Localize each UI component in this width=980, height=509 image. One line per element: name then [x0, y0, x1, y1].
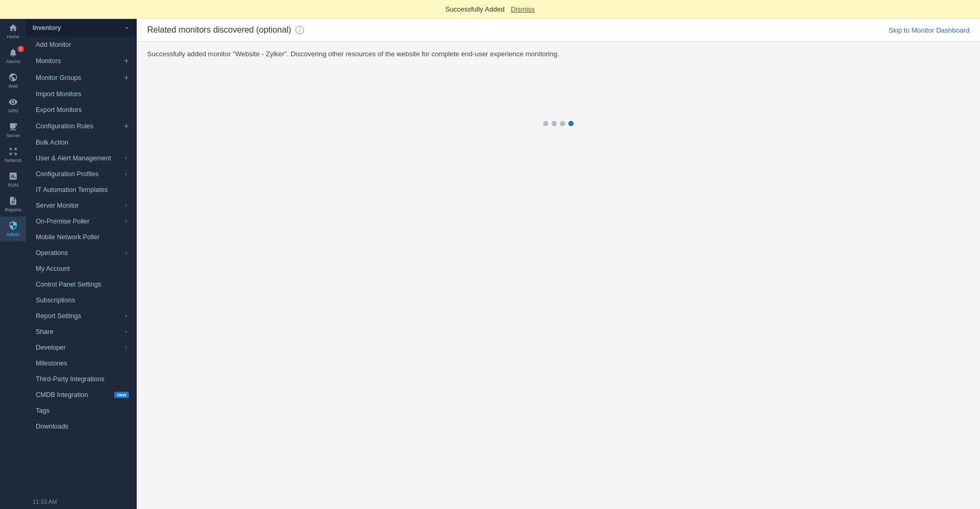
nav-home[interactable]: Home [0, 19, 26, 44]
cmdb-badge: new [114, 392, 129, 398]
network-icon [8, 147, 18, 156]
arrow-right-icon-7 [124, 329, 129, 334]
notification-bar: Successfully Added Dismiss [0, 0, 980, 19]
monitor-groups-plus-icon[interactable]: + [124, 74, 129, 82]
sidebar-item-bulk-action[interactable]: Bulk Action [26, 135, 136, 150]
arrow-right-icon-3 [124, 203, 129, 208]
sidebar-item-control-panel-settings[interactable]: Control Panel Settings [26, 277, 136, 292]
server-icon [8, 122, 18, 131]
dot-2 [552, 121, 557, 126]
monitors-plus-icon[interactable]: + [124, 57, 129, 65]
page-title: Related monitors discovered (optional) [147, 25, 291, 35]
loading-indicator [147, 121, 969, 126]
nav-rum[interactable]: RUM [0, 167, 26, 192]
nav-admin-label: Admin [6, 232, 20, 237]
nav-server[interactable]: Server [0, 118, 26, 142]
nav-rum-label: RUM [8, 182, 19, 188]
reports-icon [8, 196, 18, 206]
sidebar-item-cmdb-integration[interactable]: CMDB Integration new [26, 387, 136, 403]
nav-admin[interactable]: Admin [0, 217, 26, 241]
sidebar-item-server-monitor[interactable]: Server Monitor [26, 198, 136, 213]
alarms-badge: 1 [17, 46, 24, 52]
sidebar-item-on-premise-poller[interactable]: On-Premise Poller [26, 213, 136, 229]
nav-reports[interactable]: Reports [0, 192, 26, 217]
sidebar-item-monitors[interactable]: Monitors + [26, 53, 136, 69]
nav-web[interactable]: Web [0, 68, 26, 93]
arrow-right-icon-6 [124, 313, 129, 319]
sidebar-item-import-monitors[interactable]: Import Monitors [26, 86, 136, 102]
dot-3 [560, 121, 565, 126]
dismiss-link[interactable]: Dismiss [511, 5, 535, 13]
sidebar-item-configuration-profiles[interactable]: Configuration Profiles [26, 166, 136, 182]
rum-icon [8, 171, 18, 181]
arrow-right-icon [124, 156, 129, 161]
sidebar-inventory-label: Inventory [33, 24, 61, 32]
home-icon [8, 23, 18, 33]
sidebar-item-third-party-integrations[interactable]: Third-Party Integrations [26, 371, 136, 387]
config-rules-plus-icon[interactable]: + [124, 122, 129, 130]
chevron-down-icon [124, 25, 130, 31]
nav-alarms-label: Alarms [6, 59, 21, 64]
nav-network-label: Network [4, 158, 22, 163]
globe-icon [8, 73, 18, 82]
sidebar-item-share[interactable]: Share [26, 324, 136, 340]
dot-4 [568, 121, 574, 126]
sidebar-item-milestones[interactable]: Milestones [26, 355, 136, 371]
sidebar-item-report-settings[interactable]: Report Settings [26, 308, 136, 324]
apm-icon [8, 97, 18, 107]
skip-to-monitor-dashboard-link[interactable]: Skip to Monitor Dashboard [889, 26, 969, 34]
nav-home-label: Home [7, 34, 19, 39]
dot-1 [543, 121, 548, 126]
nav-server-label: Server [6, 133, 21, 138]
sidebar-item-subscriptions[interactable]: Subscriptions [26, 292, 136, 308]
sidebar-inventory-header[interactable]: Inventory [26, 19, 136, 37]
nav-web-label: Web [8, 84, 18, 89]
arrow-right-icon-2 [124, 171, 129, 177]
nav-alarms[interactable]: 1 Alarms [0, 44, 26, 68]
content-body: Successfully added monitor "Website - Zy… [137, 42, 980, 509]
content-header-left: Related monitors discovered (optional) i [147, 25, 304, 35]
arrow-right-icon-8 [124, 345, 129, 350]
sidebar-item-it-automation-templates[interactable]: IT Automation Templates [26, 182, 136, 198]
nav-reports-label: Reports [5, 207, 22, 212]
nav-apm-label: APM [8, 108, 18, 114]
admin-icon [8, 221, 18, 230]
arrow-right-icon-4 [124, 219, 129, 224]
sidebar-item-export-monitors[interactable]: Export Monitors [26, 102, 136, 118]
sidebar-item-add-monitor[interactable]: Add Monitor [26, 37, 136, 53]
bell-icon [8, 48, 18, 57]
success-message: Successfully added monitor "Website - Zy… [147, 50, 969, 58]
sidebar-item-my-account[interactable]: My Account [26, 261, 136, 277]
content-header: Related monitors discovered (optional) i… [137, 19, 980, 42]
nav-apm[interactable]: APM [0, 93, 26, 118]
sidebar-item-configuration-rules[interactable]: Configuration Rules + [26, 118, 136, 135]
sidebar: Inventory Add Monitor Monitors + Monitor… [26, 19, 137, 509]
sidebar-item-mobile-network-poller[interactable]: Mobile Network Poller [26, 229, 136, 245]
arrow-right-icon-5 [124, 250, 129, 256]
sidebar-item-user-alert-management[interactable]: User & Alert Management [26, 150, 136, 166]
main-content: Related monitors discovered (optional) i… [137, 19, 980, 509]
time-display: 11:33 AM [26, 494, 136, 509]
icon-rail: Home 1 Alarms Web APM Server Network RUM [0, 19, 26, 509]
sidebar-item-operations[interactable]: Operations [26, 245, 136, 261]
notification-message: Successfully Added [445, 5, 505, 13]
sidebar-item-developer[interactable]: Developer [26, 340, 136, 355]
sidebar-item-downloads[interactable]: Downloads [26, 419, 136, 434]
info-icon[interactable]: i [295, 26, 304, 34]
nav-network[interactable]: Network [0, 142, 26, 167]
sidebar-item-monitor-groups[interactable]: Monitor Groups + [26, 69, 136, 86]
sidebar-item-tags[interactable]: Tags [26, 403, 136, 419]
